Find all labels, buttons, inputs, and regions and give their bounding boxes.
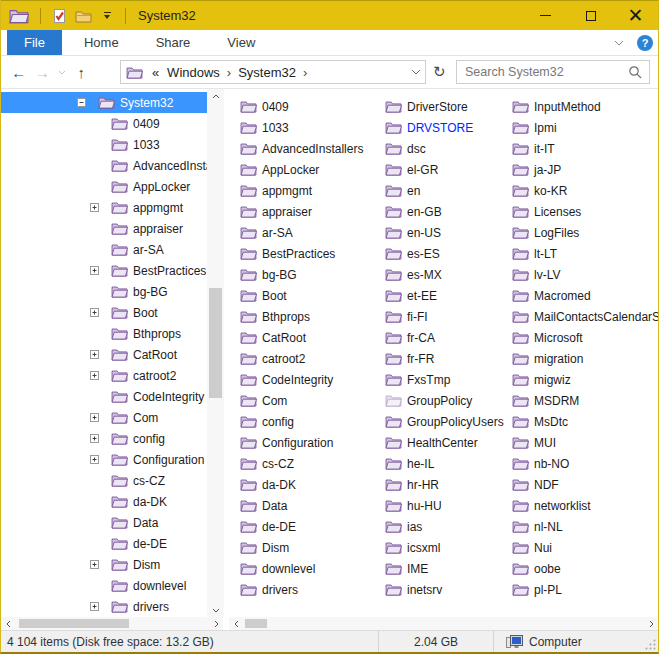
- resize-grip[interactable]: [645, 639, 656, 650]
- file-item-1033[interactable]: 1033: [240, 117, 385, 138]
- file-item-cs-CZ[interactable]: cs-CZ: [240, 453, 385, 474]
- tree-item-config[interactable]: config: [1, 428, 207, 449]
- collapse-toggle-icon[interactable]: [77, 98, 86, 107]
- tree-item-bg-BG[interactable]: bg-BG: [1, 281, 207, 302]
- file-item-Dism[interactable]: Dism: [240, 537, 385, 558]
- tree-item-BestPractices[interactable]: BestPractices: [1, 260, 207, 281]
- tab-view[interactable]: View: [212, 30, 270, 55]
- file-item-fi-FI[interactable]: fi-FI: [385, 306, 512, 327]
- help-button[interactable]: ?: [632, 30, 658, 55]
- new-folder-button[interactable]: [71, 3, 95, 29]
- customize-quick-access-button[interactable]: [95, 3, 119, 29]
- expand-toggle-icon[interactable]: [90, 455, 99, 464]
- properties-button[interactable]: [47, 3, 71, 29]
- file-item-en[interactable]: en: [385, 180, 512, 201]
- tree-item-System32[interactable]: System32: [1, 92, 207, 113]
- file-item-en-US[interactable]: en-US: [385, 222, 512, 243]
- tree-item-Bthprops[interactable]: Bthprops: [1, 323, 207, 344]
- tree-item-de-DE[interactable]: de-DE: [1, 533, 207, 554]
- scroll-left-button[interactable]: [229, 617, 243, 630]
- file-item-ar-SA[interactable]: ar-SA: [240, 222, 385, 243]
- search-icon[interactable]: [628, 65, 642, 79]
- file-item-MailContactsCalendarSync[interactable]: MailContactsCalendarSync: [512, 306, 658, 327]
- file-item-da-DK[interactable]: da-DK: [240, 474, 385, 495]
- tree-item-appraiser[interactable]: appraiser: [1, 218, 207, 239]
- file-item-downlevel[interactable]: downlevel: [240, 558, 385, 579]
- file-item-appmgmt[interactable]: appmgmt: [240, 180, 385, 201]
- file-item-Configuration[interactable]: Configuration: [240, 432, 385, 453]
- tree-item-drivers[interactable]: drivers: [1, 596, 207, 617]
- tab-file[interactable]: File: [7, 30, 62, 55]
- scrollbar-thumb[interactable]: [209, 288, 222, 398]
- file-item-Macromed[interactable]: Macromed: [512, 285, 658, 306]
- file-item-DRVSTORE[interactable]: DRVSTORE: [385, 117, 512, 138]
- tab-home[interactable]: Home: [69, 30, 134, 55]
- search-input[interactable]: [465, 65, 626, 79]
- file-item-de-DE[interactable]: de-DE: [240, 516, 385, 537]
- tree-item-CatRoot[interactable]: CatRoot: [1, 344, 207, 365]
- tree-item-catroot2[interactable]: catroot2: [1, 365, 207, 386]
- file-item-InputMethod[interactable]: InputMethod: [512, 96, 658, 117]
- address-bar[interactable]: « Windows › System32 ›: [120, 60, 426, 84]
- file-item-MSDRM[interactable]: MSDRM: [512, 390, 658, 411]
- maximize-button[interactable]: [568, 1, 613, 31]
- file-item-lv-LV[interactable]: lv-LV: [512, 264, 658, 285]
- breadcrumb-separator[interactable]: ›: [302, 65, 308, 80]
- file-item-it-IT[interactable]: it-IT: [512, 138, 658, 159]
- tree-item-1033[interactable]: 1033: [1, 134, 207, 155]
- tree-item-ar-SA[interactable]: ar-SA: [1, 239, 207, 260]
- tree-item-appmgmt[interactable]: appmgmt: [1, 197, 207, 218]
- tree-item-da-DK[interactable]: da-DK: [1, 491, 207, 512]
- file-item-Com[interactable]: Com: [240, 390, 385, 411]
- file-item-Microsoft[interactable]: Microsoft: [512, 327, 658, 348]
- file-item-NDF[interactable]: NDF: [512, 474, 658, 495]
- files-horizontal-scrollbar[interactable]: [229, 617, 658, 630]
- file-item-MUI[interactable]: MUI: [512, 432, 658, 453]
- file-item-ko-KR[interactable]: ko-KR: [512, 180, 658, 201]
- tree-horizontal-scrollbar[interactable]: [1, 617, 223, 630]
- file-item-he-IL[interactable]: he-IL: [385, 453, 512, 474]
- tab-share[interactable]: Share: [141, 30, 206, 55]
- scroll-down-button[interactable]: [207, 603, 224, 617]
- scroll-up-button[interactable]: [207, 89, 224, 103]
- recent-locations-button[interactable]: [54, 59, 70, 85]
- expand-toggle-icon[interactable]: [90, 602, 99, 611]
- file-item-CatRoot[interactable]: CatRoot: [240, 327, 385, 348]
- scroll-left-button[interactable]: [1, 617, 15, 630]
- tree-item-AppLocker[interactable]: AppLocker: [1, 176, 207, 197]
- file-item-pl-PL[interactable]: pl-PL: [512, 579, 658, 600]
- file-item-nl-NL[interactable]: nl-NL: [512, 516, 658, 537]
- file-item-lt-LT[interactable]: lt-LT: [512, 243, 658, 264]
- file-item-AdvancedInstallers[interactable]: AdvancedInstallers: [240, 138, 385, 159]
- file-item-Bthprops[interactable]: Bthprops: [240, 306, 385, 327]
- scroll-right-button[interactable]: [644, 617, 658, 630]
- file-item-HealthCenter[interactable]: HealthCenter: [385, 432, 512, 453]
- tree-item-Configuration[interactable]: Configuration: [1, 449, 207, 470]
- file-item-migration[interactable]: migration: [512, 348, 658, 369]
- tree-vertical-scrollbar[interactable]: [207, 89, 224, 617]
- file-item-es-MX[interactable]: es-MX: [385, 264, 512, 285]
- address-dropdown-icon[interactable]: [411, 69, 421, 75]
- file-item-AppLocker[interactable]: AppLocker: [240, 159, 385, 180]
- scrollbar-track[interactable]: [15, 617, 209, 630]
- back-button[interactable]: ←: [7, 59, 30, 85]
- file-item-Data[interactable]: Data: [240, 495, 385, 516]
- minimize-button[interactable]: [523, 1, 568, 31]
- file-item-appraiser[interactable]: appraiser: [240, 201, 385, 222]
- file-item-dsc[interactable]: dsc: [385, 138, 512, 159]
- expand-toggle-icon[interactable]: [90, 203, 99, 212]
- close-button[interactable]: ✕: [613, 1, 658, 31]
- file-item-hr-HR[interactable]: hr-HR: [385, 474, 512, 495]
- forward-button[interactable]: →: [30, 59, 53, 85]
- file-item-IME[interactable]: IME: [385, 558, 512, 579]
- file-item-catroot2[interactable]: catroot2: [240, 348, 385, 369]
- file-item-networklist[interactable]: networklist: [512, 495, 658, 516]
- file-item-es-ES[interactable]: es-ES: [385, 243, 512, 264]
- expand-toggle-icon[interactable]: [90, 266, 99, 275]
- tree-item-CodeIntegrity[interactable]: CodeIntegrity: [1, 386, 207, 407]
- file-item-oobe[interactable]: oobe: [512, 558, 658, 579]
- scrollbar-thumb[interactable]: [19, 619, 129, 628]
- expand-toggle-icon[interactable]: [90, 350, 99, 359]
- file-item-FxsTmp[interactable]: FxsTmp: [385, 369, 512, 390]
- scrollbar-track[interactable]: [243, 617, 644, 630]
